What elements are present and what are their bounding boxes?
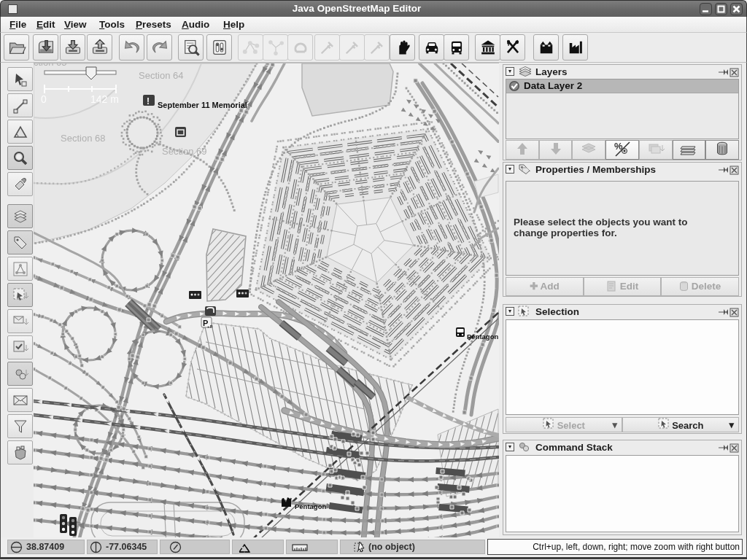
- svg-text:0: 0: [41, 93, 47, 105]
- svg-text:Section 64: Section 64: [139, 70, 183, 81]
- svg-text:Section 69: Section 69: [162, 146, 206, 157]
- svg-text:142 m: 142 m: [90, 93, 119, 105]
- svg-text:!: !: [147, 96, 150, 106]
- svg-text:September 11 Memorial: September 11 Memorial: [158, 101, 247, 109]
- svg-text:Pentagon: Pentagon: [467, 332, 498, 341]
- svg-text:Section 68: Section 68: [61, 133, 105, 144]
- svg-text:ction 65: ction 65: [34, 63, 67, 68]
- svg-text:+R: +R: [207, 324, 214, 329]
- svg-text:Pentagon: Pentagon: [295, 502, 326, 510]
